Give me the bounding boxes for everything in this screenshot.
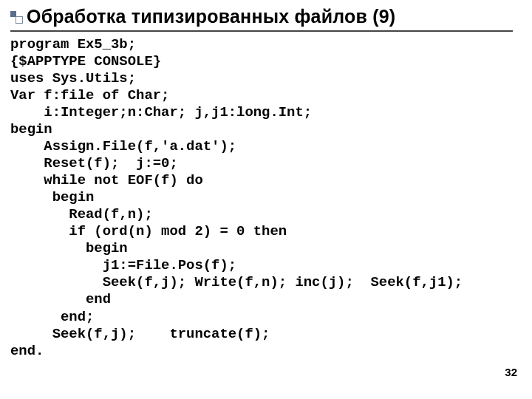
title-row: Обработка типизированных файлов (9) <box>10 6 522 30</box>
title-rule <box>10 30 513 32</box>
slide-title: Обработка типизированных файлов (9) <box>27 6 395 27</box>
title-bullet-icon <box>10 11 22 23</box>
page-number: 32 <box>505 366 517 378</box>
slide: Обработка типизированных файлов (9) prog… <box>0 0 532 399</box>
code-block: program Ex5_3b; {$APPTYPE CONSOLE} uses … <box>10 36 522 360</box>
